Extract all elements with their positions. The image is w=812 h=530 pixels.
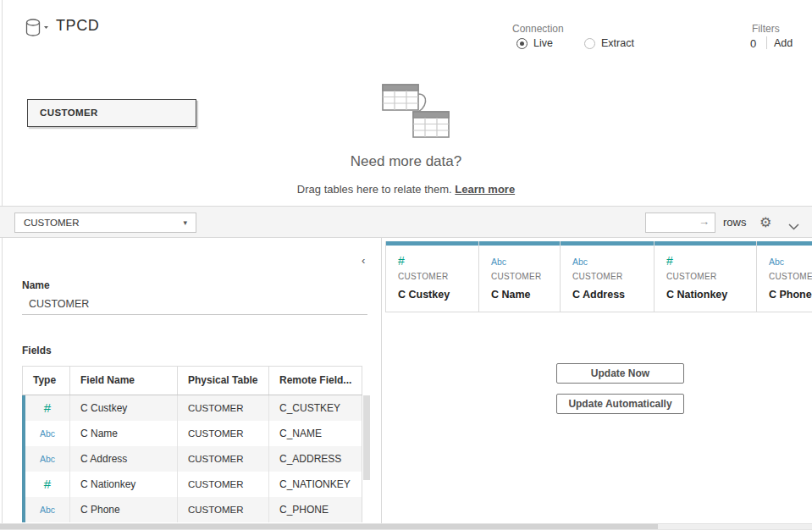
radio-live[interactable]: Live (516, 37, 553, 49)
gear-icon[interactable]: ⚙ (760, 214, 771, 230)
grid-header-underline (385, 312, 812, 312)
fields-label: Fields (22, 345, 52, 356)
datasource-title: TPCD (56, 17, 99, 35)
field-type-cell: Abc (25, 446, 70, 472)
column-table-label: CUSTOMER (666, 272, 716, 281)
name-input-underline (22, 314, 367, 315)
fields-header-type[interactable]: Type (22, 367, 70, 395)
number-type-icon: # (666, 253, 673, 268)
collapse-panel-icon[interactable]: ‹ (362, 254, 365, 267)
empty-state-subtitle: Drag tables here to relate them. Learn m… (0, 183, 812, 196)
field-name-cell[interactable]: C Name (70, 421, 178, 446)
number-type-icon: # (44, 472, 51, 497)
fields-table-scrollbar-thumb[interactable] (363, 395, 370, 480)
fields-header-field-name[interactable]: Field Name (70, 367, 178, 395)
remote-field-cell: C_ADDRESS (269, 446, 362, 472)
database-icon[interactable] (25, 19, 52, 37)
field-row[interactable]: #C CustkeyCUSTOMERC_CUSTKEY (25, 395, 362, 421)
column-field-name: C Name (491, 289, 531, 301)
filters-count: 0 (750, 37, 756, 50)
column-field-name: C Address (572, 289, 625, 301)
radio-extract[interactable]: Extract (584, 37, 634, 49)
radio-live-circle[interactable] (516, 38, 528, 49)
remote-field-cell: C_CUSTKEY (269, 395, 362, 421)
grid-column-header[interactable]: #CUSTOMERC Nationkey (654, 241, 756, 312)
remote-field-cell: C_PHONE (269, 497, 362, 522)
grid-column-header[interactable]: AbcCUSTOMERC Address (560, 241, 654, 312)
table-select-dropdown[interactable]: CUSTOMER ▾ (14, 213, 196, 233)
field-name-cell[interactable]: C Address (70, 446, 178, 472)
fields-table-header: Type Field Name Physical Table Remote Fi… (22, 366, 362, 395)
field-row[interactable]: AbcC PhoneCUSTOMERC_PHONE (25, 497, 362, 522)
string-type-icon: Abc (491, 253, 506, 268)
field-type-cell: Abc (25, 497, 70, 522)
field-name-cell[interactable]: C Nationkey (70, 472, 178, 497)
physical-table-cell: CUSTOMER (178, 472, 269, 497)
column-accent-stripe (757, 241, 812, 246)
remote-field-cell: C_NATIONKEY (269, 472, 362, 497)
grid-column-header[interactable]: AbcCUSTOMERC Phone (756, 241, 812, 312)
empty-state-subtitle-text: Drag tables here to relate them. (297, 183, 452, 196)
rows-arrow-icon[interactable]: → (699, 215, 710, 228)
field-row[interactable]: AbcC NameCUSTOMERC_NAME (25, 421, 362, 446)
number-type-icon: # (398, 253, 405, 268)
column-table-label: CUSTOMER (769, 272, 812, 281)
filters-label: Filters (752, 23, 780, 35)
radio-live-label: Live (533, 37, 553, 49)
table-select-value: CUSTOMER (24, 218, 80, 228)
field-type-cell: # (25, 472, 70, 497)
canvas-table-customer[interactable]: CUSTOMER (27, 99, 196, 127)
physical-table-cell: CUSTOMER (178, 395, 269, 421)
column-field-name: C Phone (769, 289, 812, 301)
fields-header-remote-field[interactable]: Remote Field... (269, 367, 362, 395)
string-type-icon: Abc (40, 421, 55, 446)
horizontal-scrollbar[interactable] (0, 523, 812, 529)
update-automatically-button[interactable]: Update Automatically (556, 394, 684, 414)
string-type-icon: Abc (40, 497, 55, 522)
rows-label: rows (723, 216, 746, 229)
grid-columns: #CUSTOMERC CustkeyAbcCUSTOMERC NameAbcCU… (385, 241, 812, 312)
string-type-icon: Abc (769, 253, 784, 268)
column-field-name: C Custkey (398, 289, 450, 301)
column-table-label: CUSTOMER (491, 272, 541, 281)
physical-table-cell: CUSTOMER (178, 421, 269, 446)
column-table-label: CUSTOMER (398, 272, 448, 281)
number-type-icon: # (44, 395, 51, 421)
column-table-label: CUSTOMER (572, 272, 622, 281)
string-type-icon: Abc (40, 446, 55, 472)
column-accent-stripe (479, 241, 560, 246)
update-now-button[interactable]: Update Now (556, 363, 684, 384)
field-type-cell: Abc (25, 421, 70, 446)
radio-extract-circle[interactable] (584, 38, 595, 49)
name-input[interactable]: CUSTOMER (29, 298, 89, 310)
filters-divider (766, 36, 767, 49)
learn-more-link[interactable]: Learn more (455, 183, 515, 196)
name-label: Name (22, 279, 50, 291)
column-accent-stripe (386, 241, 478, 246)
panel-divider[interactable] (381, 238, 382, 523)
fields-header-physical-table[interactable]: Physical Table (178, 367, 269, 395)
column-accent-stripe (655, 241, 756, 246)
string-type-icon: Abc (572, 253, 588, 268)
field-name-cell[interactable]: C Custkey (70, 395, 178, 421)
dropdown-caret-icon: ▾ (183, 213, 187, 232)
empty-state-title: Need more data? (0, 153, 812, 170)
column-field-name: C Nationkey (666, 289, 727, 301)
relate-tables-illustration (375, 83, 450, 142)
filters-add-link[interactable]: Add (774, 37, 793, 49)
field-row[interactable]: AbcC AddressCUSTOMERC_ADDRESS (25, 446, 362, 472)
grid-column-header[interactable]: AbcCUSTOMERC Name (478, 241, 560, 312)
column-accent-stripe (561, 241, 654, 246)
remote-field-cell: C_NAME (269, 421, 362, 446)
field-name-cell[interactable]: C Phone (70, 497, 178, 522)
chevron-down-icon[interactable] (788, 218, 799, 234)
rows-count-input[interactable]: → (645, 213, 715, 233)
connection-label: Connection (512, 23, 564, 35)
fields-table: Type Field Name Physical Table Remote Fi… (22, 366, 362, 522)
grid-column-header[interactable]: #CUSTOMERC Custkey (385, 241, 478, 312)
tableau-datasource-page: TPCD Connection Live Extract Filters 0 A… (0, 0, 812, 530)
grid-toolbar: CUSTOMER ▾ → rows ⚙ (0, 206, 812, 238)
field-row[interactable]: #C NationkeyCUSTOMERC_NATIONKEY (25, 472, 362, 497)
field-type-cell: # (25, 395, 70, 421)
physical-table-cell: CUSTOMER (178, 497, 269, 522)
